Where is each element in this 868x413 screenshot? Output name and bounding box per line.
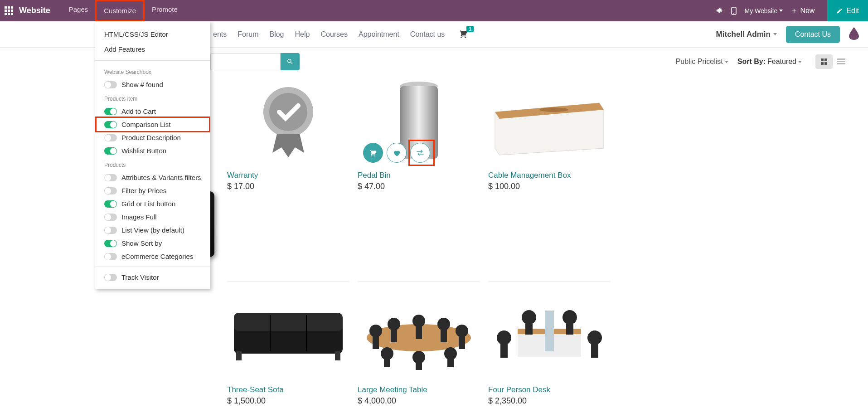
nav-promote[interactable]: Promote	[145, 0, 185, 21]
user-name: Mitchell Admin	[716, 30, 771, 39]
menu-blog[interactable]: Blog	[269, 30, 284, 39]
toggle-icon	[104, 240, 117, 247]
toggle-add-to-cart[interactable]: Add to Cart	[95, 105, 210, 118]
toggle-icon	[104, 274, 117, 281]
toggle-attr-filters[interactable]: Attributes & Variants filters	[95, 171, 210, 184]
toggle-track-visitor[interactable]: Track Visitor	[95, 271, 210, 284]
svg-rect-34	[416, 362, 422, 370]
toggle-wishlist-button[interactable]: Wishlist Button	[95, 144, 210, 157]
caret-down-icon	[725, 61, 728, 63]
toggle-icon	[104, 121, 117, 128]
svg-point-40	[497, 330, 511, 345]
product-card[interactable]: Cable Management Box $ 100.00	[488, 76, 611, 282]
svg-point-27	[437, 318, 450, 330]
list-view-button[interactable]	[833, 54, 850, 69]
menu-appointment[interactable]: Appointment	[359, 30, 399, 39]
svg-rect-2	[821, 58, 824, 61]
product-title: Large Meeting Table	[358, 385, 480, 394]
product-image	[488, 76, 611, 166]
product-title: Cable Management Box	[488, 171, 611, 180]
search-group	[210, 53, 300, 70]
cart-button[interactable]: 1	[458, 29, 468, 39]
toggle-comparison-list[interactable]: Comparison List	[95, 117, 210, 132]
svg-point-35	[444, 347, 457, 360]
bug-icon[interactable]	[716, 7, 723, 15]
user-dropdown[interactable]: Mitchell Admin	[716, 30, 777, 39]
my-website-dropdown[interactable]: My Website	[745, 7, 783, 15]
toggle-list-view-default[interactable]: List View (by default)	[95, 224, 210, 237]
nav-customize[interactable]: Customize	[95, 0, 145, 21]
toggle-images-full[interactable]: Images Full	[95, 210, 210, 224]
brand[interactable]: Website	[19, 6, 50, 15]
product-card[interactable]: Large Meeting Table $ 4,000.00	[358, 290, 480, 406]
toggle-grid-list[interactable]: Grid or List button	[95, 197, 210, 210]
menu-help[interactable]: Help	[295, 30, 310, 39]
apps-icon[interactable]	[5, 6, 14, 15]
svg-rect-43	[591, 344, 598, 358]
svg-rect-45	[525, 324, 533, 335]
compare-highlight-box	[408, 140, 435, 166]
toggle-icon	[104, 147, 117, 155]
mobile-icon[interactable]	[731, 7, 737, 15]
pricelist-label: Public Pricelist	[676, 58, 723, 66]
toggle-show-sort[interactable]: Show Sort by	[95, 237, 210, 250]
product-card[interactable]: Four Person Desk $ 2,350.00	[488, 290, 611, 406]
pricelist-dropdown[interactable]: Public Pricelist	[676, 58, 728, 66]
caret-down-icon	[798, 61, 802, 63]
toggle-icon	[104, 108, 117, 115]
svg-rect-36	[447, 358, 454, 367]
product-image	[488, 290, 611, 381]
edit-label: Edit	[846, 7, 859, 15]
sortby-dropdown[interactable]: Sort By: Featured	[737, 58, 802, 66]
menu-forum[interactable]: Forum	[238, 30, 258, 39]
svg-rect-26	[416, 326, 422, 339]
toggle-icon	[104, 227, 117, 234]
view-toggle	[815, 54, 850, 69]
product-price: $ 17.00	[227, 182, 349, 191]
new-button[interactable]: New	[791, 7, 815, 15]
nav-pages[interactable]: Pages	[62, 0, 96, 21]
contact-us-button[interactable]: Contact Us	[786, 26, 840, 43]
toggle-filter-prices[interactable]: Filter by Prices	[95, 184, 210, 197]
product-price: $ 4,000.00	[358, 396, 480, 406]
svg-point-25	[412, 315, 425, 327]
svg-point-21	[369, 325, 382, 337]
menu-add-features[interactable]: Add Features	[95, 42, 210, 57]
toggle-ecom-cats[interactable]: eCommerce Categories	[95, 250, 210, 263]
grid-view-button[interactable]	[815, 54, 833, 69]
svg-rect-8	[837, 63, 845, 64]
toggle-product-description[interactable]: Product Description	[95, 131, 210, 144]
svg-rect-5	[824, 62, 827, 65]
site-menu: ents Forum Blog Help Courses Appointment…	[213, 30, 445, 39]
add-to-cart-action[interactable]	[363, 143, 383, 163]
toggle-icon	[104, 200, 117, 208]
caret-down-icon	[773, 33, 777, 35]
edit-button[interactable]: Edit	[827, 0, 868, 21]
product-card[interactable]: Three-Seat Sofa $ 1,500.00	[227, 290, 349, 406]
menu-courses[interactable]: Courses	[320, 30, 348, 39]
search-button[interactable]	[281, 53, 300, 70]
sort-value: Featured	[767, 58, 796, 66]
logo-drop-icon	[849, 27, 859, 42]
menu-html-editor[interactable]: HTML/CSS/JS Editor	[95, 27, 210, 42]
svg-rect-22	[373, 336, 379, 349]
wishlist-action[interactable]	[387, 143, 407, 163]
svg-rect-28	[441, 330, 447, 342]
search-input[interactable]	[210, 53, 281, 70]
customize-panel: HTML/CSS/JS Editor Add Features Website …	[95, 21, 210, 289]
product-card[interactable]: Pedal Bin $ 47.00	[358, 76, 480, 282]
svg-point-33	[412, 351, 425, 364]
product-price: $ 100.00	[488, 182, 611, 191]
svg-rect-32	[384, 358, 390, 367]
menu-ents[interactable]: ents	[213, 30, 227, 39]
toggle-icon	[104, 134, 117, 141]
product-title: Three-Seat Sofa	[227, 385, 349, 394]
product-image	[227, 76, 349, 166]
svg-rect-47	[566, 324, 573, 335]
toggle-icon	[104, 174, 117, 181]
svg-point-29	[456, 325, 468, 337]
menu-contact-us[interactable]: Contact us	[410, 30, 445, 39]
product-card[interactable]: Warranty $ 17.00	[227, 76, 349, 282]
toggle-show-found[interactable]: Show # found	[95, 78, 210, 91]
svg-rect-17	[335, 351, 340, 360]
